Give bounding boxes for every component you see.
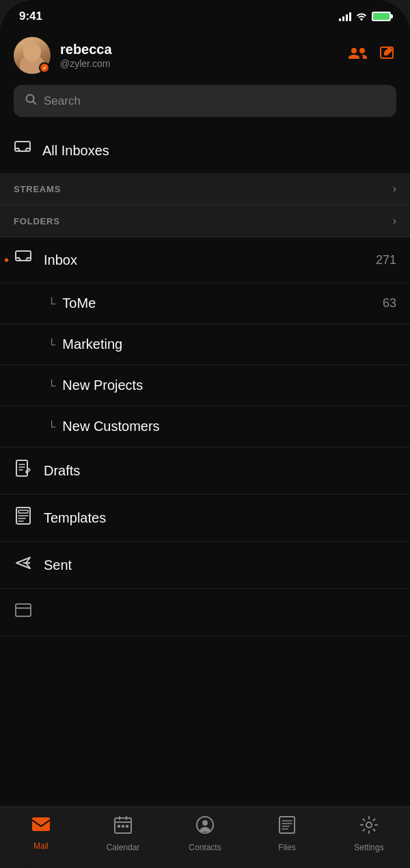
team-icon[interactable]: [348, 45, 368, 66]
status-bar: 9:41: [0, 0, 410, 29]
search-icon: [25, 93, 37, 109]
marketing-label: Marketing: [62, 337, 396, 352]
sent-label: Sent: [44, 557, 396, 573]
svg-rect-4: [16, 460, 27, 476]
inbox-badge: 271: [376, 253, 396, 267]
status-time: 9:41: [19, 10, 42, 23]
partial-item[interactable]: [0, 589, 410, 636]
svg-rect-2: [15, 142, 30, 151]
templates-icon: [14, 507, 33, 529]
sent-icon: [14, 554, 33, 576]
sections-group: STREAMS › FOLDERS ›: [0, 173, 410, 237]
search-container: Search: [0, 85, 410, 128]
new-customers-item[interactable]: └ New Customers: [0, 406, 410, 447]
mail-tab-label: Mail: [33, 841, 49, 851]
marketing-arrow: └: [48, 339, 55, 351]
drafts-icon: [14, 460, 33, 482]
files-tab-icon: [278, 815, 296, 839]
search-bar[interactable]: Search: [14, 85, 396, 117]
settings-tab-icon: [359, 815, 379, 839]
drafts-label: Drafts: [44, 463, 396, 479]
inbox-tray-icon: [14, 140, 31, 161]
header-actions: [348, 44, 396, 66]
svg-rect-6: [18, 510, 28, 513]
user-name: rebecca: [60, 42, 348, 57]
compose-icon[interactable]: [379, 44, 396, 66]
files-tab-label: Files: [278, 843, 295, 852]
menu-list: Inbox 271 └ ToMe 63 └ Marketing └ New Pr…: [0, 237, 410, 636]
contacts-tab-icon: [195, 815, 215, 839]
mail-tab-icon: [31, 815, 51, 838]
signal-icon: [339, 12, 351, 21]
tome-arrow: └: [48, 298, 55, 310]
tome-label: ToMe: [62, 295, 383, 311]
tab-contacts[interactable]: Contacts: [164, 815, 246, 852]
inbox-icon: [14, 250, 33, 270]
search-placeholder: Search: [44, 94, 81, 108]
svg-rect-15: [279, 817, 295, 833]
tab-calendar[interactable]: Calendar: [82, 815, 164, 852]
sent-item[interactable]: Sent: [0, 542, 410, 589]
svg-rect-10: [118, 825, 120, 828]
tome-badge: 63: [383, 296, 396, 311]
phone-container: 9:41 rebecca @zyler.com: [0, 0, 410, 868]
svg-rect-3: [16, 251, 31, 261]
folders-section[interactable]: FOLDERS ›: [0, 205, 410, 237]
folders-chevron: ›: [393, 215, 396, 227]
user-email: @zyler.com: [60, 58, 348, 69]
calendar-tab-icon: [113, 815, 133, 839]
streams-section[interactable]: STREAMS ›: [0, 173, 410, 205]
svg-rect-8: [32, 817, 50, 831]
svg-rect-11: [122, 825, 124, 828]
tab-files[interactable]: Files: [246, 815, 328, 852]
streams-chevron: ›: [393, 183, 396, 195]
settings-tab-label: Settings: [354, 843, 383, 852]
inbox-label: Inbox: [44, 252, 376, 268]
new-customers-arrow: └: [48, 421, 55, 433]
tome-item[interactable]: └ ToMe 63: [0, 283, 410, 324]
all-inboxes-item[interactable]: All Inboxes: [0, 128, 410, 173]
battery-icon: [372, 12, 391, 21]
svg-rect-7: [16, 604, 31, 616]
marketing-item[interactable]: └ Marketing: [0, 324, 410, 365]
calendar-tab-label: Calendar: [107, 843, 140, 852]
avatar-badge: [39, 62, 50, 73]
all-inboxes-label: All Inboxes: [42, 143, 109, 159]
partial-icon: [14, 601, 33, 623]
wifi-icon: [355, 11, 368, 23]
svg-point-16: [366, 822, 372, 828]
templates-item[interactable]: Templates: [0, 495, 410, 542]
new-projects-item[interactable]: └ New Projects: [0, 365, 410, 406]
avatar[interactable]: [14, 37, 51, 74]
templates-label: Templates: [44, 510, 396, 526]
streams-label: STREAMS: [14, 184, 61, 194]
status-icons: [339, 11, 391, 23]
drafts-item[interactable]: Drafts: [0, 447, 410, 495]
folders-label: FOLDERS: [14, 216, 60, 226]
user-info: rebecca @zyler.com: [60, 42, 348, 69]
contacts-tab-label: Contacts: [189, 843, 221, 852]
header: rebecca @zyler.com: [0, 29, 410, 85]
tab-settings[interactable]: Settings: [328, 815, 410, 852]
inbox-item[interactable]: Inbox 271: [0, 237, 410, 283]
tab-mail[interactable]: Mail: [0, 815, 82, 851]
new-customers-label: New Customers: [62, 419, 396, 434]
svg-point-14: [202, 820, 208, 826]
svg-rect-12: [126, 825, 128, 828]
new-projects-label: New Projects: [62, 378, 396, 393]
tab-bar: Mail Calendar: [0, 806, 410, 868]
new-projects-arrow: └: [48, 380, 55, 392]
